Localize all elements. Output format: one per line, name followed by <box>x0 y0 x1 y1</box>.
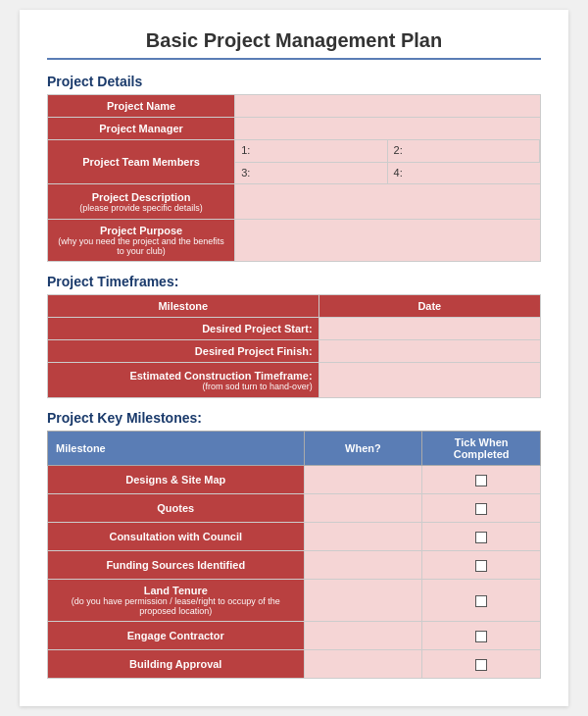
km-when-5[interactable] <box>304 580 422 622</box>
field-label-project-purpose: Project Purpose (why you need the projec… <box>48 220 235 262</box>
km-when-6[interactable] <box>304 622 422 650</box>
member-cell-1[interactable]: 1: <box>235 140 387 162</box>
km-tick-6[interactable] <box>422 622 541 650</box>
km-milestone-4: Funding Sources Identified <box>48 551 305 580</box>
table-row: Quotes <box>48 494 541 523</box>
km-when-2[interactable] <box>304 494 422 523</box>
tf-value-finish[interactable] <box>318 340 540 363</box>
table-row: Building Approval <box>48 650 541 679</box>
table-header-row: Milestone Date <box>48 295 541 318</box>
km-tick-3[interactable] <box>422 523 541 551</box>
member-grid: 1: 2: 3: 4: <box>235 140 540 183</box>
table-row: Project Team Members 1: 2: 3: 4: <box>48 140 541 184</box>
km-col-milestone: Milestone <box>48 432 305 466</box>
field-label-team-members: Project Team Members <box>48 140 235 184</box>
km-col-when: When? <box>304 432 422 466</box>
tf-sublabel-construction: (from sod turn to hand-over) <box>54 382 313 391</box>
tf-label-start: Desired Project Start: <box>48 318 319 340</box>
km-tick-1[interactable] <box>422 466 541 494</box>
km-when-1[interactable] <box>304 466 422 494</box>
km-when-4[interactable] <box>304 551 422 580</box>
section-timeframes-title: Project Timeframes: <box>47 274 541 289</box>
field-label-project-name: Project Name <box>48 95 235 118</box>
km-col-tick: Tick When Completed <box>422 432 541 466</box>
tf-value-construction[interactable] <box>318 363 540 398</box>
field-sublabel-project-purpose: (why you need the project and the benefi… <box>54 236 228 256</box>
table-row: Land Tenure (do you have permission / le… <box>48 580 541 622</box>
field-value-project-manager[interactable] <box>235 118 541 140</box>
checkbox-icon-4 <box>475 560 487 572</box>
field-value-project-purpose[interactable] <box>235 220 541 262</box>
checkbox-icon-3 <box>475 532 487 543</box>
tf-label-finish: Desired Project Finish: <box>48 340 319 363</box>
section-milestones-title: Project Key Milestones: <box>47 410 541 426</box>
field-sublabel-project-desc: (please provide specific details) <box>54 203 228 213</box>
table-row: Funding Sources Identified <box>48 551 541 580</box>
tf-value-start[interactable] <box>318 318 540 340</box>
table-row: Desired Project Start: <box>48 318 541 340</box>
km-tick-5[interactable] <box>422 580 541 622</box>
km-milestone-3: Consultation with Council <box>48 523 305 551</box>
km-milestone-1: Designs & Site Map <box>48 466 305 494</box>
checkbox-icon-7 <box>475 659 487 671</box>
table-row: Estimated Construction Timeframe: (from … <box>48 363 541 398</box>
table-row: Engage Contractor <box>48 622 541 650</box>
checkbox-icon-5 <box>475 595 487 607</box>
checkbox-icon-1 <box>475 475 487 486</box>
page-container: Basic Project Management Plan Project De… <box>20 10 568 706</box>
km-tick-7[interactable] <box>422 650 541 679</box>
table-row: Project Manager <box>48 118 541 140</box>
member-cell-3[interactable]: 3: <box>235 162 387 183</box>
member-cell-2[interactable]: 2: <box>388 140 540 162</box>
km-tick-4[interactable] <box>422 551 541 580</box>
table-row: Project Description (please provide spec… <box>48 184 541 220</box>
tf-col-date: Date <box>318 295 540 318</box>
page-title: Basic Project Management Plan <box>47 29 541 60</box>
table-row: Project Name <box>48 95 541 118</box>
milestones-table: Milestone When? Tick When Completed Desi… <box>47 431 541 679</box>
field-value-team-members: 1: 2: 3: 4: <box>235 140 541 184</box>
field-label-project-manager: Project Manager <box>48 118 235 140</box>
tf-label-construction: Estimated Construction Timeframe: (from … <box>48 363 319 398</box>
member-cell-4[interactable]: 4: <box>388 162 540 183</box>
table-header-row: Milestone When? Tick When Completed <box>48 432 541 466</box>
tf-col-milestone: Milestone <box>48 295 319 318</box>
checkbox-icon-2 <box>475 503 487 515</box>
km-when-7[interactable] <box>304 650 422 679</box>
table-row: Designs & Site Map <box>48 466 541 494</box>
km-milestone-6: Engage Contractor <box>48 622 305 650</box>
checkbox-icon-6 <box>475 631 487 642</box>
km-sublabel-5: (do you have permission / lease/right to… <box>54 596 298 616</box>
details-table: Project Name Project Manager Project Tea… <box>47 94 541 262</box>
field-label-project-desc: Project Description (please provide spec… <box>48 184 235 220</box>
timeframes-table: Milestone Date Desired Project Start: De… <box>47 294 541 398</box>
km-milestone-7: Building Approval <box>48 650 305 679</box>
field-value-project-desc[interactable] <box>235 184 541 220</box>
table-row: Project Purpose (why you need the projec… <box>48 220 541 262</box>
km-milestone-2: Quotes <box>48 494 305 523</box>
section-details-title: Project Details <box>47 74 541 89</box>
table-row: Consultation with Council <box>48 523 541 551</box>
table-row: Desired Project Finish: <box>48 340 541 363</box>
km-milestone-5: Land Tenure (do you have permission / le… <box>48 580 305 622</box>
km-tick-2[interactable] <box>422 494 541 523</box>
field-value-project-name[interactable] <box>235 95 541 118</box>
km-when-3[interactable] <box>304 523 422 551</box>
